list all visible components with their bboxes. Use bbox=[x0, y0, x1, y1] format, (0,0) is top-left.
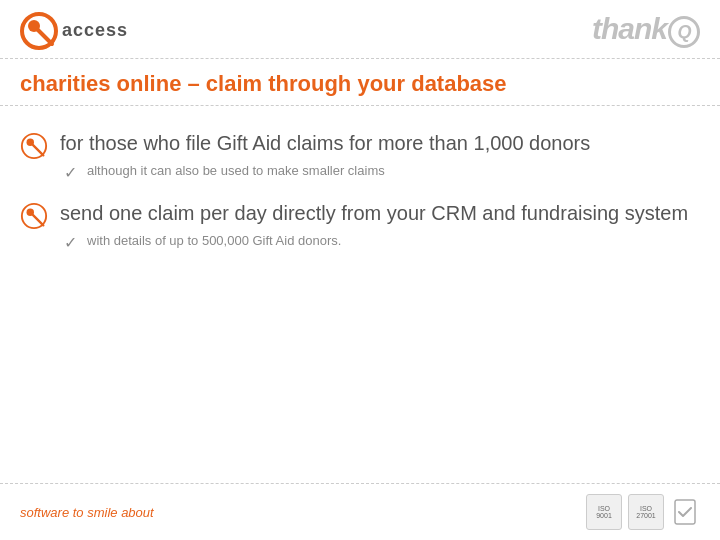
bullet-main-2: send one claim per day directly from you… bbox=[60, 200, 700, 226]
thankq-word-text: thank bbox=[592, 12, 667, 45]
badge-2: ISO27001 bbox=[628, 494, 664, 530]
title-bar: charities online – claim through your da… bbox=[0, 59, 720, 106]
sub-text-1: although it can also be used to make sma… bbox=[87, 162, 385, 180]
bullet-icon-2 bbox=[20, 202, 48, 234]
bullet-icon-1 bbox=[20, 132, 48, 164]
thankq-logo-text: thankQ bbox=[592, 12, 700, 47]
footer: software to smile about ISO9001 ISO27001 bbox=[0, 483, 720, 540]
bullet-item-2: send one claim per day directly from you… bbox=[20, 200, 700, 252]
svg-line-8 bbox=[33, 215, 43, 225]
badge-1-text: ISO9001 bbox=[596, 505, 612, 519]
svg-line-5 bbox=[33, 145, 43, 155]
bullet-text-1: for those who file Gift Aid claims for m… bbox=[60, 130, 700, 182]
logo-area: access bbox=[20, 12, 128, 48]
bullet-main-1: for those who file Gift Aid claims for m… bbox=[60, 130, 700, 156]
checkmark-icon-1: ✓ bbox=[64, 163, 77, 182]
bullet-text-2: send one claim per day directly from you… bbox=[60, 200, 700, 252]
sub-item-2: ✓ with details of up to 500,000 Gift Aid… bbox=[64, 232, 700, 252]
badge-1: ISO9001 bbox=[586, 494, 622, 530]
access-logo-text: access bbox=[62, 20, 128, 41]
footer-badges: ISO9001 ISO27001 bbox=[586, 494, 700, 530]
svg-line-2 bbox=[38, 30, 52, 44]
access-logo-icon bbox=[20, 12, 56, 48]
footer-tagline: software to smile about bbox=[20, 505, 154, 520]
checkmark-icon-2: ✓ bbox=[64, 233, 77, 252]
sub-text-2: with details of up to 500,000 Gift Aid d… bbox=[87, 232, 341, 250]
main-content: for those who file Gift Aid claims for m… bbox=[0, 106, 720, 290]
thankq-logo: thankQ bbox=[592, 12, 700, 47]
sub-item-1: ✓ although it can also be used to make s… bbox=[64, 162, 700, 182]
thankq-q-icon: Q bbox=[668, 16, 700, 48]
bullet-item-1: for those who file Gift Aid claims for m… bbox=[20, 130, 700, 182]
badge-check bbox=[670, 494, 700, 530]
badge-2-text: ISO27001 bbox=[636, 505, 655, 519]
page-title: charities online – claim through your da… bbox=[20, 71, 700, 97]
header: access thankQ bbox=[0, 0, 720, 59]
